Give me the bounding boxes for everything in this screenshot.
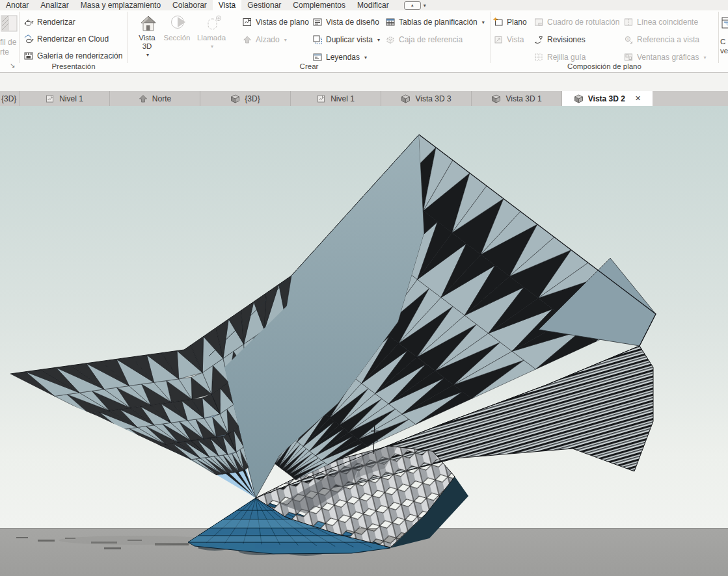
viewport-3d-canvas[interactable] — [0, 106, 728, 576]
view-tab-vista-3d-3[interactable]: Vista 3D 3 — [381, 91, 472, 106]
ribbon-button-label: Llamada — [196, 34, 226, 42]
ribbon-button-vista: Vista — [493, 33, 524, 46]
ribbon-button-referencia-a-vista: 1Referencia a vista — [623, 33, 699, 46]
tab-close-icon[interactable]: ✕ — [635, 94, 641, 103]
menu-tab-modificar[interactable]: Modificar — [351, 0, 395, 10]
ribbon-button-label: Ventanas gráficas — [637, 51, 699, 64]
switch-windows-button-clipped[interactable]: Cve — [720, 10, 728, 72]
render-cloud-icon — [23, 34, 34, 44]
chevron-down-icon: ▾ — [133, 51, 162, 59]
view-tab-vista-3d-1[interactable]: Vista 3D 1 — [472, 91, 562, 106]
view-tab-label: {3D} — [245, 94, 260, 103]
view-tab-label: Vista 3D 1 — [506, 94, 541, 103]
ribbon-button-label: Renderizar en Cloud — [37, 33, 109, 46]
ribbon-button-plano[interactable]: Plano — [493, 16, 527, 29]
panel-divider — [128, 12, 128, 63]
panel-label-composicion-de-plano: Composición de plano — [546, 62, 663, 70]
panel-toggle-icon: ▲ — [404, 1, 421, 10]
revit-window: AnotarAnalizarMasa y emplazamientoColabo… — [0, 0, 728, 576]
ribbon-bottom-strip — [0, 73, 728, 91]
view-tab-3d[interactable]: {3D} — [0, 91, 20, 106]
ribbon-button-label: Vista — [507, 33, 524, 46]
new-sheet-icon — [493, 17, 504, 27]
panel-label-presentacion: Presentación — [34, 62, 113, 70]
panel-divider — [491, 12, 491, 63]
menu-tab-vista[interactable]: Vista — [213, 0, 241, 10]
ribbon-button-renderizar-en-cloud[interactable]: Renderizar en Cloud — [23, 33, 109, 46]
menu-tab-masa-y-emplazamiento[interactable]: Masa y emplazamiento — [75, 0, 167, 10]
ribbon-button-galeria-de-renderizacion[interactable]: Galería de renderización — [23, 49, 122, 62]
view-3d-icon — [401, 94, 411, 103]
duplicate-view-icon — [312, 34, 323, 45]
tab-bar-empty-space — [653, 91, 728, 106]
ribbon-display-toggle-button[interactable]: ▲▾ — [404, 0, 426, 10]
ribbon-button-label: 3D — [132, 42, 162, 51]
ribbon-button-tablas-de-planificacion[interactable]: Tablas de planificación▾ — [385, 16, 485, 29]
schedules-icon — [385, 17, 396, 27]
view-tab-nivel-1[interactable]: Nivel 1 — [20, 91, 110, 106]
panel-divider — [19, 12, 20, 63]
ribbon-button-caja-de-referencia: Caja de referencia — [385, 33, 463, 46]
ribbon-button-label: Alzado — [256, 33, 280, 46]
revisions-icon — [533, 34, 544, 45]
ribbon-button-renderizar[interactable]: Renderizar — [23, 16, 75, 29]
3d-scene — [0, 106, 728, 576]
view-tab-label: {3D} — [1, 94, 16, 103]
menu-tab-analizar[interactable]: Analizar — [34, 0, 74, 10]
ribbon-button-vista-3d[interactable]: Vista3D▾ — [132, 14, 162, 69]
ribbon-button-vista-de-diseno[interactable]: Vista de diseño — [312, 16, 379, 29]
view-tab-norte[interactable]: Norte — [110, 91, 200, 106]
drafting-view-icon — [312, 17, 323, 27]
plan-views-icon — [242, 17, 252, 27]
chevron-down-icon: ▾ — [364, 55, 367, 60]
view-tab-label: Nivel 1 — [59, 94, 83, 103]
ribbon-button-duplicar-vista[interactable]: Duplicar vista▾ — [312, 33, 380, 46]
ribbon-tab-bar: AnotarAnalizarMasa y emplazamientoColabo… — [0, 0, 728, 10]
cut-profile-icon — [0, 14, 18, 34]
menu-tab-anotar[interactable]: Anotar — [0, 0, 34, 10]
panel-divider — [718, 12, 719, 63]
ribbon-button-alzado: Alzado▾ — [242, 33, 287, 46]
ribbon-button-ventanas-graficas: Ventanas gráficas▾ — [623, 51, 706, 64]
ribbon-button-cuadro-de-rotulacion: Cuadro de rotulación — [533, 16, 619, 29]
title-block-icon — [533, 17, 544, 27]
scope-box-icon — [385, 34, 396, 45]
ribbon-button-label: Sección — [162, 34, 192, 42]
clipped-button-label: C — [720, 38, 725, 46]
clipped-button-label: fil de — [0, 38, 16, 47]
ribbon-button-label: Línea coincidente — [637, 16, 698, 29]
view-3d-icon — [230, 94, 240, 103]
ribbon-button-revisiones[interactable]: Revisiones — [533, 33, 586, 46]
menu-tab-colaborar[interactable]: Colaborar — [167, 0, 213, 10]
clipped-button-label: ve — [720, 47, 728, 55]
menu-tab-complementos[interactable]: Complementos — [287, 0, 351, 10]
ribbon-button-vistas-de-plano[interactable]: Vistas de plano▾ — [242, 16, 316, 29]
view-tab-bar: {3D}Nivel 1Norte{3D}Nivel 1Vista 3D 3Vis… — [0, 91, 728, 106]
place-view-icon — [493, 34, 504, 45]
ribbon-button-label: Leyendas — [326, 51, 360, 64]
ribbon-button-label: Vistas de plano — [256, 16, 309, 29]
svg-text:1: 1 — [627, 37, 628, 41]
ribbon-button-leyendas[interactable]: Leyendas▾ — [312, 51, 367, 64]
ribbon-button-label: Cuadro de rotulación — [547, 16, 619, 29]
ribbon-button-label: Vista de diseño — [326, 16, 379, 29]
menu-tab-gestionar[interactable]: Gestionar — [241, 0, 287, 10]
ribbon-button-llamada: Llamada▾ — [196, 14, 226, 69]
ribbon-button-label: Galería de renderización — [37, 49, 122, 62]
switch-windows-icon — [720, 16, 728, 33]
ribbon: fil derte ↘ RenderizarRenderizar en Clou… — [0, 10, 728, 73]
view-tab-label: Norte — [152, 94, 171, 103]
view-tab-3d[interactable]: {3D} — [200, 91, 291, 106]
view-3d-icon — [491, 94, 501, 103]
chevron-down-icon: ▾ — [482, 20, 485, 25]
ribbon-button-label: Referencia a vista — [637, 33, 699, 46]
ribbon-button-label: Rejilla guía — [547, 51, 586, 64]
view-tab-label: Nivel 1 — [330, 94, 355, 103]
chevron-down-icon: ▾ — [377, 37, 380, 43]
view-tab-nivel-1[interactable]: Nivel 1 — [291, 91, 381, 106]
view-tab-vista-3d-2[interactable]: Vista 3D 2✕ — [562, 91, 653, 106]
viewports-icon — [623, 52, 634, 62]
render-gallery-icon — [23, 51, 34, 61]
ribbon-button-rejilla-guia: Rejilla guía — [533, 51, 586, 64]
panel-dialog-launcher-icon[interactable]: ↘ — [10, 62, 15, 69]
